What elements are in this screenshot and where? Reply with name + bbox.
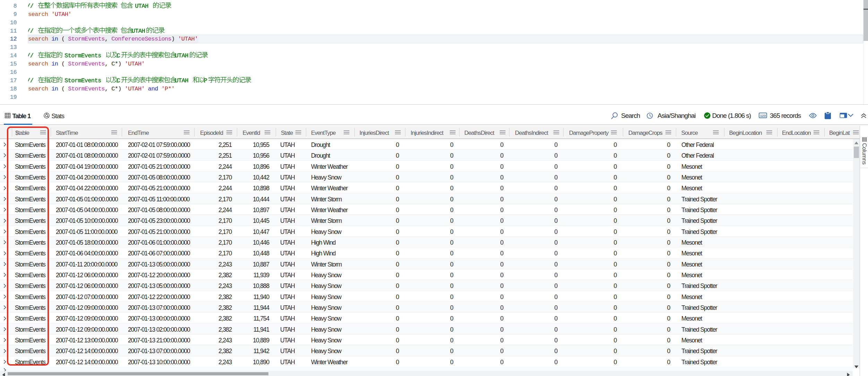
svg-text:123: 123 <box>760 113 766 117</box>
